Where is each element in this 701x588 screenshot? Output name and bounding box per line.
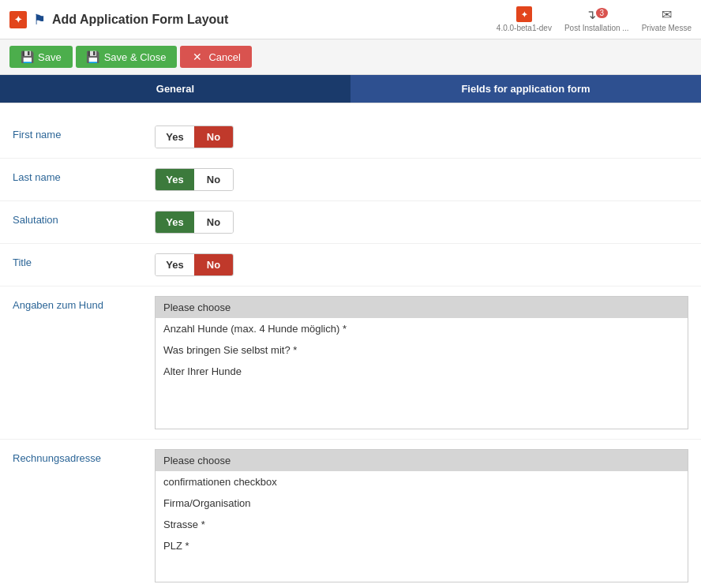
field-angaben-hund-label: Angaben zum Hund	[13, 296, 155, 311]
first-name-toggle[interactable]: Yes No	[155, 125, 234, 148]
field-last-name: Last name Yes No	[0, 159, 701, 201]
salutation-toggle[interactable]: Yes No	[155, 211, 234, 234]
private-messages-group[interactable]: ✉ Private Messe	[642, 7, 692, 32]
header-right: ✦ 4.0.0-beta1-dev ↴3 Post Installation .…	[497, 6, 692, 32]
title-no-button[interactable]: No	[194, 254, 233, 275]
cancel-button[interactable]: ✕ Cancel	[180, 46, 251, 68]
header: ✦ ⚑ Add Application Form Layout ✦ 4.0.0-…	[0, 0, 701, 39]
field-title-control: Yes No	[155, 253, 688, 276]
field-last-name-label: Last name	[13, 168, 155, 183]
field-rechnungsadresse-control: Please choose confirmationen checkbox Fi…	[155, 449, 688, 582]
list-item[interactable]: PLZ *	[156, 535, 688, 556]
angaben-hund-listbox[interactable]: Please choose Anzahl Hunde (max. 4 Hunde…	[155, 296, 688, 429]
salutation-yes-button[interactable]: Yes	[156, 212, 194, 233]
post-installation-group[interactable]: ↴3 Post Installation ...	[564, 7, 629, 32]
first-name-no-button[interactable]: No	[194, 126, 233, 148]
last-name-no-button[interactable]: No	[194, 169, 233, 190]
field-rechnungsadresse: Rechnungsadresse Please choose confirmat…	[0, 440, 701, 588]
save-close-label: Save & Close	[104, 51, 167, 63]
joomla-admin-icon-group: ✦ 4.0.0-beta1-dev	[497, 6, 552, 32]
field-first-name-control: Yes No	[155, 125, 688, 148]
title-yes-button[interactable]: Yes	[156, 254, 194, 275]
joomla-logo-icon: ✦	[9, 11, 27, 28]
notification-badge: 3	[596, 8, 609, 18]
rechnungsadresse-placeholder: Please choose	[156, 450, 688, 471]
field-salutation-label: Salutation	[13, 211, 155, 226]
salutation-no-button[interactable]: No	[194, 212, 233, 233]
list-item[interactable]: Strasse *	[156, 514, 688, 535]
private-messages-label: Private Messe	[642, 24, 692, 32]
post-installation-label: Post Installation ...	[564, 24, 629, 32]
field-angaben-hund-control: Please choose Anzahl Hunde (max. 4 Hunde…	[155, 296, 688, 429]
header-left: ✦ ⚑ Add Application Form Layout	[9, 11, 228, 28]
field-salutation-control: Yes No	[155, 211, 688, 234]
admin-joomla-icon: ✦	[516, 6, 532, 22]
save-close-icon: 💾	[87, 51, 99, 63]
page-title: Add Application Form Layout	[52, 13, 228, 27]
angaben-hund-items: Anzahl Hunde (max. 4 Hunde möglich) * Wa…	[156, 318, 688, 429]
envelope-icon: ✉	[662, 7, 672, 22]
save-close-button[interactable]: 💾 Save & Close	[76, 46, 178, 68]
bookmark-icon: ⚑	[33, 11, 46, 28]
field-first-name-label: First name	[13, 125, 155, 140]
tab-general[interactable]: General	[0, 75, 350, 103]
save-label: Save	[38, 51, 62, 63]
field-title: Title Yes No	[0, 244, 701, 287]
first-name-yes-button[interactable]: Yes	[156, 126, 194, 148]
field-first-name: First name Yes No	[0, 116, 701, 159]
list-item[interactable]: Firma/Organisation	[156, 492, 688, 514]
list-item[interactable]: confirmationen checkbox	[156, 471, 688, 492]
save-icon: 💾	[21, 51, 33, 63]
field-salutation: Salutation Yes No	[0, 201, 701, 244]
list-item[interactable]: Anzahl Hunde (max. 4 Hunde möglich) *	[156, 318, 688, 339]
field-last-name-control: Yes No	[155, 168, 688, 191]
field-rechnungsadresse-label: Rechnungsadresse	[13, 449, 155, 464]
tab-fields[interactable]: Fields for application form	[350, 75, 701, 103]
angaben-hund-placeholder: Please choose	[156, 297, 688, 318]
field-title-label: Title	[13, 253, 155, 268]
title-toggle[interactable]: Yes No	[155, 253, 234, 276]
field-angaben-hund: Angaben zum Hund Please choose Anzahl Hu…	[0, 287, 701, 440]
post-installation-icon: ↴3	[586, 7, 609, 22]
toolbar: 💾 Save 💾 Save & Close ✕ Cancel	[0, 39, 701, 75]
version-label: 4.0.0-beta1-dev	[497, 24, 552, 32]
tabs: General Fields for application form	[0, 75, 701, 103]
list-item[interactable]: Alter Ihrer Hunde	[156, 361, 688, 382]
last-name-yes-button[interactable]: Yes	[156, 169, 194, 190]
cancel-icon: ✕	[191, 51, 204, 63]
save-button[interactable]: 💾 Save	[9, 46, 73, 68]
last-name-toggle[interactable]: Yes No	[155, 168, 234, 191]
cancel-label: Cancel	[208, 51, 240, 63]
rechnungsadresse-listbox[interactable]: Please choose confirmationen checkbox Fi…	[155, 449, 688, 582]
rechnungsadresse-items: confirmationen checkbox Firma/Organisati…	[156, 471, 688, 582]
list-item[interactable]: Was bringen Sie selbst mit? *	[156, 339, 688, 361]
form-content: First name Yes No Last name Yes No Salut…	[0, 103, 701, 588]
